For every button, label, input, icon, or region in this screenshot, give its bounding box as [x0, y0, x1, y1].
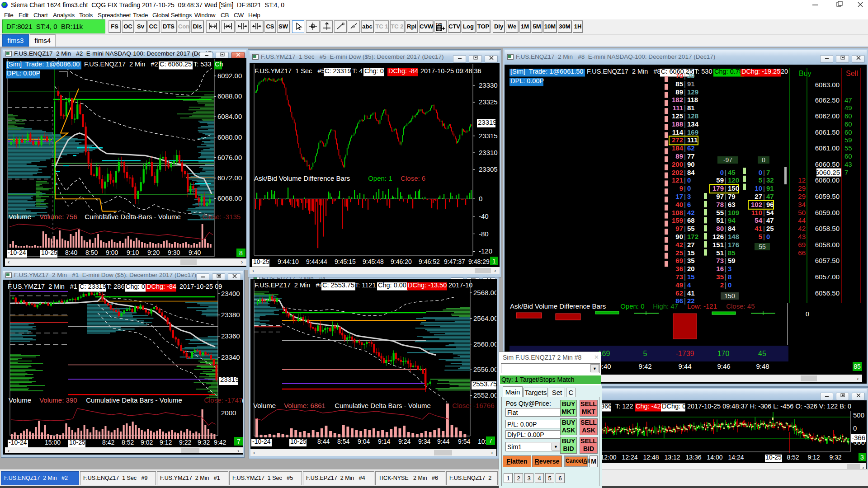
- svg-text:9:24: 9:24: [398, 438, 410, 445]
- svg-text:55: 55: [759, 243, 766, 250]
- svg-text:9:54: 9:54: [458, 438, 470, 445]
- svg-text:F.US.ENQZ17 2 Min #8: F.US.ENQZ17 2 Min #8: [587, 68, 661, 75]
- svg-text:|: |: [763, 201, 765, 208]
- svg-text:|: |: [684, 241, 686, 249]
- svg-text:89: 89: [675, 152, 683, 160]
- svg-text:5: 5: [643, 350, 647, 357]
- svg-text:23319: 23319: [478, 118, 497, 126]
- svg-text:Chg: 0.75: Chg: 0.75: [714, 68, 743, 75]
- svg-text:47: 47: [844, 96, 852, 104]
- svg-text:Ask/Bid Volume Difference Bars: Ask/Bid Volume Difference Bars: [510, 302, 608, 310]
- svg-text:9:45:48: 9:45:48: [363, 258, 384, 265]
- svg-text:179: 179: [712, 184, 724, 192]
- svg-text:|: |: [763, 233, 765, 240]
- svg-text:|: |: [763, 169, 765, 176]
- svg-text:Volume: 6861: Volume: 6861: [282, 402, 326, 409]
- svg-text:Volume: 756: Volume: 756: [38, 213, 77, 221]
- svg-text:|: |: [763, 225, 765, 232]
- svg-text:DChg: -13.50: DChg: -13.50: [408, 282, 447, 289]
- svg-text:69: 69: [798, 241, 806, 249]
- svg-text:125: 125: [672, 112, 683, 120]
- svg-text:9:14: 9:14: [378, 438, 390, 445]
- svg-text:›: ›: [494, 267, 496, 274]
- svg-text:|: |: [725, 257, 726, 264]
- svg-text:6059.00: 6059.00: [815, 209, 840, 216]
- svg-text:‹: ‹: [8, 258, 9, 265]
- svg-text:1: 1: [492, 258, 496, 265]
- svg-text:|: |: [684, 169, 686, 176]
- svg-text:Cumulative Delta Bars - Volume: Cumulative Delta Bars - Volume: [83, 213, 183, 221]
- svg-text:-10-24: -10-24: [252, 438, 271, 445]
- svg-text:111: 111: [673, 104, 683, 112]
- svg-text:6057.50: 6057.50: [815, 257, 840, 264]
- svg-text:|: |: [763, 176, 765, 184]
- svg-text:9:02: 9:02: [141, 439, 153, 446]
- svg-text:|: |: [684, 257, 686, 264]
- svg-text:9:00: 9:00: [106, 249, 118, 256]
- svg-text:|: |: [684, 184, 686, 192]
- svg-text:128: 128: [687, 112, 698, 120]
- svg-text:6061.50: 6061.50: [815, 128, 840, 136]
- svg-text:66: 66: [798, 249, 806, 257]
- svg-text:|: |: [725, 233, 726, 240]
- svg-text:9:44:44: 9:44:44: [306, 258, 327, 265]
- svg-text:42: 42: [798, 225, 806, 232]
- svg-text:23330: 23330: [479, 81, 498, 89]
- svg-text:6058.00: 6058.00: [815, 241, 840, 249]
- svg-text:23400: 23400: [221, 290, 240, 297]
- svg-text:8:52: 8:52: [787, 454, 799, 461]
- svg-text:9:46:20: 9:46:20: [391, 258, 412, 265]
- svg-text:|: |: [684, 289, 686, 297]
- svg-text:F.US.YMZ17 1 Sec #5: F.US.YMZ17 1 Sec #5: [255, 67, 325, 75]
- svg-text:|: |: [725, 209, 726, 216]
- svg-text:60: 60: [844, 120, 852, 128]
- svg-text:9:32: 9:32: [829, 454, 841, 461]
- svg-text:|: |: [763, 216, 765, 224]
- svg-text:90: 90: [675, 233, 683, 240]
- svg-text:2017-10: 2017-10: [448, 282, 472, 289]
- svg-text:69: 69: [675, 257, 683, 264]
- svg-text:DChg: -19.25: DChg: -19.25: [741, 68, 780, 75]
- svg-text:27: 27: [687, 241, 695, 249]
- svg-text:51: 51: [716, 216, 724, 224]
- svg-text:49: 49: [675, 281, 683, 289]
- svg-text:C: 23319: C: 23319: [325, 67, 351, 75]
- svg-text:85: 85: [728, 249, 736, 257]
- svg-text:150: 150: [724, 292, 735, 300]
- svg-text:50: 50: [798, 209, 806, 216]
- svg-text:7: 7: [766, 169, 770, 176]
- svg-text:366: 366: [601, 403, 612, 410]
- svg-text:42: 42: [675, 241, 683, 249]
- svg-text:97: 97: [675, 225, 683, 232]
- svg-text:10-25: 10-25: [765, 454, 782, 461]
- svg-text:9:42: 9:42: [214, 439, 226, 446]
- svg-text:89: 89: [675, 88, 683, 96]
- svg-text:49: 49: [844, 104, 852, 112]
- svg-text:Open: 0: Open: 0: [618, 302, 646, 310]
- svg-text:|: |: [684, 265, 686, 272]
- svg-text:12:48: 12:48: [643, 454, 659, 461]
- svg-text:77: 77: [687, 152, 695, 160]
- svg-text:9:10: 9:10: [127, 249, 139, 256]
- svg-text:6061.00: 6061.00: [815, 144, 840, 152]
- svg-text:7: 7: [237, 438, 241, 445]
- svg-text:2: 2: [720, 281, 724, 289]
- svg-text:59: 59: [716, 176, 724, 184]
- svg-text:|: |: [684, 216, 686, 224]
- svg-text:23360: 23360: [221, 332, 240, 340]
- svg-text:6062.00: 6062.00: [815, 112, 840, 120]
- svg-text:Buy: Buy: [799, 70, 811, 77]
- svg-text:23325: 23325: [479, 98, 498, 106]
- svg-text:0: 0: [687, 176, 691, 184]
- svg-text:C: 6060.25: C: 6060.25: [160, 61, 192, 68]
- svg-text:7: 7: [844, 169, 848, 176]
- svg-text:|: |: [725, 265, 726, 272]
- svg-text:170: 170: [717, 350, 730, 357]
- svg-text:23340: 23340: [221, 353, 240, 361]
- svg-text:23315: 23315: [479, 132, 498, 140]
- svg-text:|: |: [725, 281, 726, 289]
- svg-text:Volume: Volume: [253, 402, 276, 409]
- svg-text:111: 111: [687, 136, 698, 144]
- svg-text:148: 148: [728, 233, 739, 240]
- svg-text:200: 200: [672, 160, 683, 168]
